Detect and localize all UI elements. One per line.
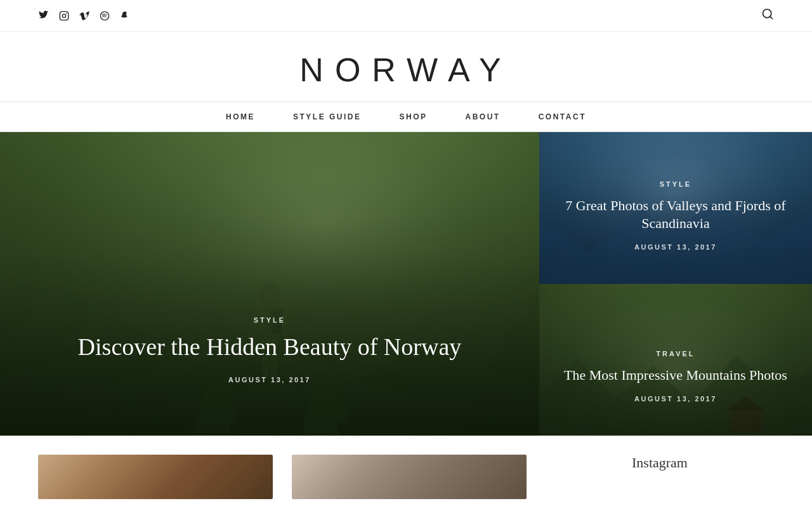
side-post-1[interactable]: STYLE 7 Great Photos of Valleys and Fjor… xyxy=(539,132,812,284)
side-post-2-title: The Most Impressive Mountains Photos xyxy=(539,366,812,385)
svg-line-5 xyxy=(770,17,773,19)
side-post-1-date: AUGUST 13, 2017 xyxy=(634,243,717,251)
bottom-thumbnail-2[interactable] xyxy=(292,455,527,499)
social-icons-group xyxy=(38,10,131,22)
svg-point-6 xyxy=(258,283,281,309)
site-header: NORWAY xyxy=(0,32,812,102)
side-post-1-content: STYLE 7 Great Photos of Valleys and Fjor… xyxy=(539,180,812,252)
nav-item-style-guide[interactable]: STYLE GUIDE xyxy=(293,112,362,121)
featured-post[interactable]: STYLE Discover the Hidden Beauty of Norw… xyxy=(0,132,539,436)
top-bar xyxy=(0,0,812,32)
content-grid: STYLE Discover the Hidden Beauty of Norw… xyxy=(0,132,812,436)
svg-point-3 xyxy=(100,11,108,20)
svg-point-1 xyxy=(62,14,65,17)
svg-point-2 xyxy=(66,13,67,14)
svg-rect-0 xyxy=(60,11,68,20)
featured-post-category: STYLE xyxy=(0,316,539,324)
featured-post-title: Discover the Hidden Beauty of Norway xyxy=(0,333,539,362)
side-post-2-category: TRAVEL xyxy=(539,350,812,358)
vimeo-icon[interactable] xyxy=(79,10,90,22)
featured-post-content: STYLE Discover the Hidden Beauty of Norw… xyxy=(0,316,539,385)
nav-item-about[interactable]: ABOUT xyxy=(466,112,501,121)
search-button[interactable] xyxy=(761,8,774,23)
main-nav: HOME STYLE GUIDE SHOP ABOUT CONTACT xyxy=(0,102,812,132)
instagram-section: Instagram xyxy=(546,455,774,471)
side-post-2[interactable]: TRAVEL The Most Impressive Mountains Pho… xyxy=(539,284,812,436)
spotify-icon[interactable] xyxy=(99,10,110,22)
bottom-thumbnail-1[interactable] xyxy=(38,455,273,499)
side-post-2-content: TRAVEL The Most Impressive Mountains Pho… xyxy=(539,350,812,404)
snapchat-icon[interactable] xyxy=(119,10,131,22)
bottom-section: Instagram xyxy=(0,436,812,508)
nav-item-home[interactable]: HOME xyxy=(226,112,255,121)
side-post-1-category: STYLE xyxy=(539,180,812,188)
instagram-icon[interactable] xyxy=(58,10,70,22)
svg-rect-19 xyxy=(730,410,761,432)
right-column: STYLE 7 Great Photos of Valleys and Fjor… xyxy=(539,132,812,436)
instagram-title: Instagram xyxy=(546,455,774,471)
nav-item-contact[interactable]: CONTACT xyxy=(539,112,586,121)
side-post-1-title: 7 Great Photos of Valleys and Fjords of … xyxy=(539,197,812,233)
nav-item-shop[interactable]: SHOP xyxy=(400,112,428,121)
featured-post-date: AUGUST 13, 2017 xyxy=(228,376,311,384)
side-post-2-date: AUGUST 13, 2017 xyxy=(634,395,717,403)
site-title: NORWAY xyxy=(0,51,812,89)
twitter-icon[interactable] xyxy=(38,10,49,22)
